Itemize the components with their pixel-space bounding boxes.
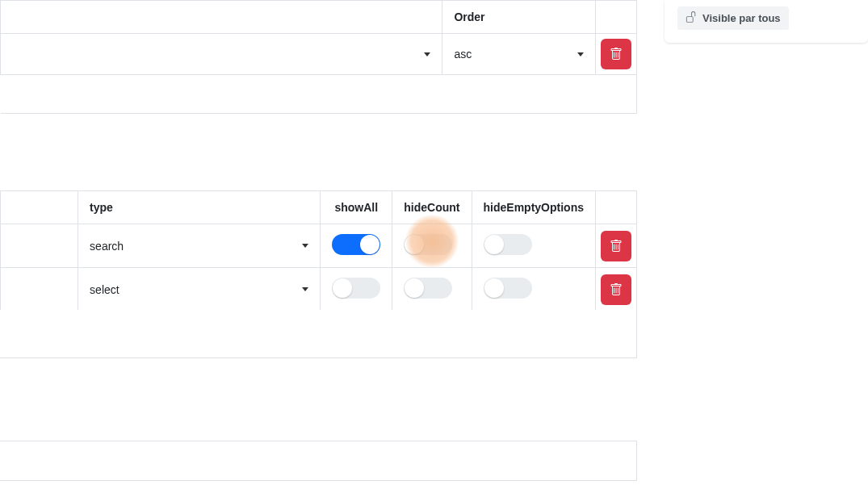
options-row-first xyxy=(1,224,78,268)
options-header-blank xyxy=(1,191,78,224)
options-hidecount-cell xyxy=(392,224,472,268)
order-header-blank xyxy=(1,1,442,34)
chevron-down-icon xyxy=(302,287,308,291)
options-header-type: type xyxy=(78,191,321,224)
options-section: type showAll hideCount hideEmptyOptions … xyxy=(0,190,637,311)
order-direction-select[interactable]: asc xyxy=(454,48,584,61)
options-type-value: select xyxy=(90,283,120,296)
hideempty-toggle[interactable] xyxy=(484,234,532,255)
trash-icon xyxy=(610,240,623,253)
order-section: Order asc xyxy=(0,0,637,114)
options-type-value: search xyxy=(90,240,124,253)
options-hideempty-cell xyxy=(472,224,595,268)
showall-toggle[interactable] xyxy=(332,234,380,255)
showall-toggle[interactable] xyxy=(332,278,380,299)
options-action-cell xyxy=(595,268,636,311)
order-action-cell xyxy=(595,34,636,75)
options-header-hidecount: hideCount xyxy=(392,191,472,224)
options-type-select[interactable]: search xyxy=(90,240,308,253)
chevron-down-icon xyxy=(302,244,308,248)
visibility-badge[interactable]: Visible par tous xyxy=(677,6,789,30)
options-type-cell: search xyxy=(78,224,321,268)
options-row: select xyxy=(1,268,637,311)
visibility-badge-label: Visible par tous xyxy=(702,12,781,24)
options-showall-cell xyxy=(321,224,392,268)
order-header-action xyxy=(595,1,636,34)
options-footer-space xyxy=(0,310,637,358)
delete-order-button[interactable] xyxy=(601,39,631,69)
bottom-panel xyxy=(0,441,637,481)
delete-option-button[interactable] xyxy=(601,274,631,305)
options-row: search xyxy=(1,224,637,268)
order-direction-value: asc xyxy=(454,48,472,61)
options-showall-cell xyxy=(321,268,392,311)
options-row-first xyxy=(1,268,78,311)
options-type-select[interactable]: select xyxy=(90,283,308,296)
order-row: asc xyxy=(1,34,637,75)
order-table: Order asc xyxy=(0,0,637,114)
options-hidecount-cell xyxy=(392,268,472,311)
options-header-hideempty: hideEmptyOptions xyxy=(472,191,595,224)
options-type-cell: select xyxy=(78,268,321,311)
chevron-down-icon xyxy=(424,52,430,56)
order-direction-cell: asc xyxy=(442,34,596,75)
options-table: type showAll hideCount hideEmptyOptions … xyxy=(0,190,637,311)
order-spacer-row xyxy=(1,75,637,114)
trash-icon xyxy=(610,48,623,61)
order-field-select[interactable] xyxy=(12,52,430,56)
options-hideempty-cell xyxy=(472,268,595,311)
options-header-showall: showAll xyxy=(321,191,392,224)
options-header-action xyxy=(595,191,636,224)
hidecount-toggle[interactable] xyxy=(404,278,452,299)
hidecount-toggle[interactable] xyxy=(404,234,452,255)
delete-option-button[interactable] xyxy=(601,231,631,261)
hideempty-toggle[interactable] xyxy=(484,278,532,299)
chevron-down-icon xyxy=(577,52,584,56)
unlock-icon xyxy=(686,11,697,25)
trash-icon xyxy=(610,283,623,296)
order-field-cell xyxy=(1,34,442,75)
options-action-cell xyxy=(595,224,636,268)
visibility-card: Visible by Visible par tous xyxy=(665,0,868,43)
order-header: Order xyxy=(442,1,596,34)
